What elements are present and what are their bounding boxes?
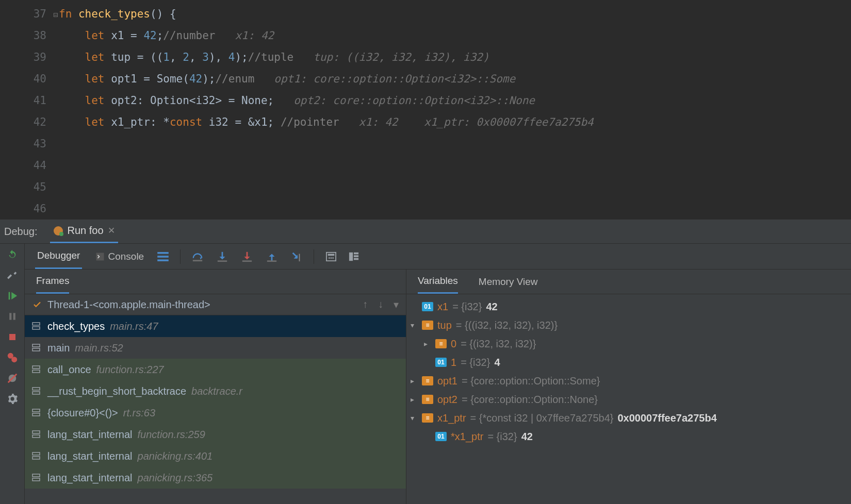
frames-header[interactable]: Frames	[36, 270, 69, 294]
settings-icon[interactable]	[6, 392, 19, 406]
variable-row[interactable]: ▸ ≡ 0 = {(i32, i32, i32)}	[406, 334, 851, 353]
frame-row[interactable]: {closure#0}<()> rt.rs:63	[25, 402, 406, 424]
svg-rect-31	[32, 323, 40, 325]
variable-type: = {i32}	[452, 297, 482, 316]
run-config-tab[interactable]: Run foo ✕	[50, 220, 118, 243]
svg-point-1	[59, 232, 63, 236]
frame-row[interactable]: lang_start_internal panicking.rs:365	[25, 467, 406, 489]
stack-frame-icon	[32, 452, 40, 460]
tab-console-label: Console	[108, 251, 144, 262]
frames-column: Frames Thread-1-<com.apple.main-thread> …	[25, 270, 406, 504]
frame-location: function.rs:227	[96, 361, 164, 378]
run-to-cursor-icon[interactable]	[291, 251, 302, 262]
stop-icon[interactable]	[6, 330, 19, 344]
svg-rect-34	[32, 348, 40, 351]
svg-rect-11	[157, 252, 169, 254]
variables-tab[interactable]: Variables	[418, 270, 458, 294]
variable-row[interactable]: ▸ ≡ opt2 = {core::option::Option::None}	[406, 390, 851, 409]
frame-row[interactable]: lang_start_internal function.rs:259	[25, 424, 406, 445]
fold-icon[interactable]: ⊟	[53, 4, 58, 26]
vars-header-row: Variables Memory View	[406, 270, 851, 294]
expand-icon[interactable]: ▸	[406, 372, 418, 390]
memory-view-tab[interactable]: Memory View	[479, 270, 538, 294]
frame-row[interactable]: main main.rs:52	[25, 337, 406, 359]
stack-frame-icon	[32, 365, 40, 374]
breakpoints-icon[interactable]	[6, 351, 19, 364]
svg-rect-14	[193, 260, 202, 261]
variable-value: 42	[486, 297, 497, 316]
svg-rect-23	[328, 254, 335, 256]
run-config-name: Run foo	[68, 225, 104, 237]
debug-toolbar: Debugger Console	[25, 244, 851, 270]
variable-list[interactable]: 01 x1 = {i32} 42 ▾ ≡ tup = {((i32, i32, …	[406, 294, 851, 504]
frame-location: rt.rs:63	[123, 404, 155, 422]
expand-icon[interactable]: ▸	[406, 390, 418, 409]
close-icon[interactable]: ✕	[108, 225, 115, 236]
frame-row[interactable]: lang_start_internal panicking.rs:401	[25, 445, 406, 467]
wrench-icon[interactable]	[6, 268, 19, 282]
svg-rect-40	[32, 413, 40, 416]
step-out-icon[interactable]	[266, 251, 277, 262]
stack-frame-icon	[32, 344, 40, 352]
svg-rect-39	[32, 409, 40, 412]
frame-row[interactable]: call_once function.rs:227	[25, 359, 406, 380]
variable-row[interactable]: ▾ ≡ x1_ptr = {*const i32 | 0x7ffee7a275b…	[406, 409, 851, 427]
variable-name: opt1	[437, 372, 457, 390]
step-over-icon[interactable]	[192, 251, 203, 262]
svg-rect-16	[218, 260, 227, 262]
svg-rect-10	[96, 253, 104, 260]
svg-point-25	[331, 257, 332, 259]
thread-selector[interactable]: Thread-1-<com.apple.main-thread> ↑ ↓ ▾	[25, 294, 406, 315]
variable-name: 1	[451, 353, 456, 372]
expand-icon[interactable]: ▾	[406, 316, 418, 334]
force-step-into-icon[interactable]	[241, 251, 253, 262]
frame-row[interactable]: check_types main.rs:47	[25, 315, 406, 337]
variable-type-icon: ≡	[422, 413, 433, 423]
code-editor[interactable]: ⊟ 37383940414243444546 fn check_types() …	[0, 0, 851, 219]
svg-rect-4	[13, 313, 15, 320]
mute-breakpoints-icon[interactable]	[6, 372, 19, 385]
frame-row[interactable]: __rust_begin_short_backtrace backtrace.r	[25, 380, 406, 402]
thread-name: Thread-1-<com.apple.main-thread>	[47, 299, 210, 311]
rerun-icon[interactable]	[6, 248, 19, 261]
variable-type: = {i32}	[461, 353, 490, 372]
resume-icon[interactable]	[6, 289, 19, 303]
debug-main: Debugger Console	[25, 244, 851, 504]
frame-dropdown-icon[interactable]: ▾	[394, 298, 399, 311]
variable-row[interactable]: 01 1 = {i32} 4	[406, 353, 851, 372]
variable-type-icon: 01	[435, 358, 447, 367]
tab-debugger[interactable]: Debugger	[35, 244, 82, 269]
evaluate-icon[interactable]	[325, 251, 337, 262]
svg-rect-41	[32, 431, 40, 433]
variable-name: x1	[437, 297, 448, 316]
frame-location: main.rs:47	[110, 317, 158, 335]
svg-rect-42	[32, 435, 40, 438]
expand-icon[interactable]: ▸	[420, 334, 431, 353]
step-into-icon[interactable]	[217, 251, 228, 262]
variable-row[interactable]: 01 *x1_ptr = {i32} 42	[406, 427, 851, 446]
variable-type: = {core::option::Option::None}	[462, 390, 598, 409]
variable-type-icon: ≡	[422, 321, 433, 330]
tab-console[interactable]: Console	[93, 244, 146, 269]
variable-row[interactable]: ▾ ≡ tup = {((i32, i32, i32), i32)}	[406, 316, 851, 334]
svg-rect-32	[32, 327, 40, 329]
svg-point-26	[332, 257, 334, 259]
expand-icon[interactable]: ▾	[406, 409, 418, 427]
svg-rect-22	[326, 252, 336, 260]
variable-row[interactable]: ▸ ≡ opt1 = {core::option::Option::Some}	[406, 372, 851, 390]
variable-name: *x1_ptr	[451, 427, 483, 446]
svg-rect-44	[32, 457, 40, 459]
frames-header-row: Frames	[25, 270, 406, 294]
stack-frame-icon	[32, 322, 40, 330]
editor-code[interactable]: fn check_types() { let x1 = 42;//number …	[59, 0, 851, 219]
variable-row[interactable]: 01 x1 = {i32} 42	[406, 297, 851, 316]
layout-icon[interactable]	[348, 251, 359, 262]
svg-rect-13	[157, 259, 169, 261]
svg-rect-37	[32, 388, 40, 390]
frame-down-icon[interactable]: ↓	[378, 298, 383, 311]
frame-list[interactable]: check_types main.rs:47 main main.rs:52 c…	[25, 315, 406, 504]
pause-icon[interactable]	[6, 310, 19, 323]
threads-icon[interactable]	[157, 251, 169, 262]
frame-up-icon[interactable]: ↑	[363, 298, 368, 311]
frame-name: main	[47, 339, 70, 357]
